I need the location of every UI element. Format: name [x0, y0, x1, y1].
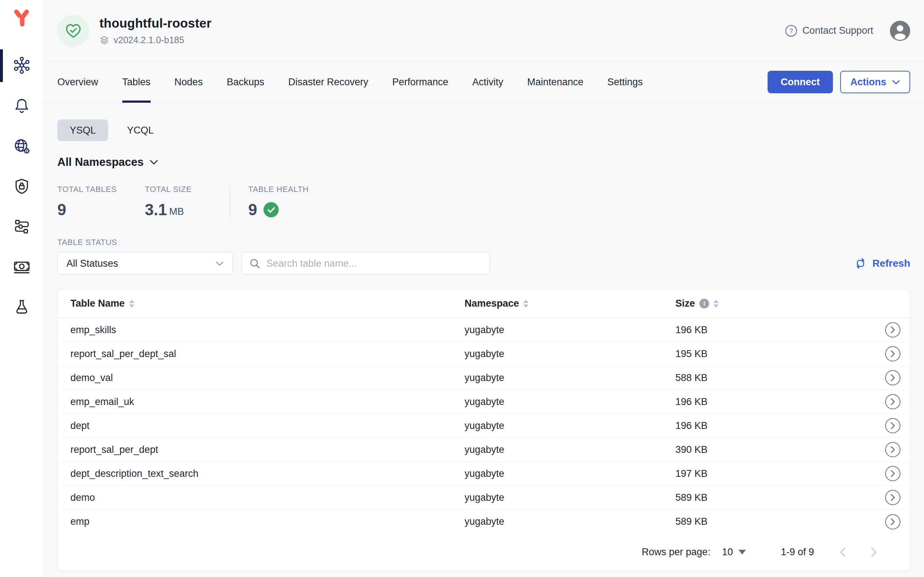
- sort-icon: [129, 300, 134, 308]
- stat-total-size-unit: MB: [169, 206, 184, 219]
- namespace-cell: yugabyte: [464, 420, 676, 432]
- row-detail-button[interactable]: [885, 346, 900, 361]
- sidebar-nav: [0, 55, 43, 317]
- actions-button[interactable]: Actions: [840, 71, 910, 93]
- sidebar-item-billing[interactable]: [0, 256, 43, 277]
- chevron-right-icon: [890, 326, 895, 334]
- table-row[interactable]: demo yugabyte 589 KB: [58, 486, 910, 510]
- tab-activity[interactable]: Activity: [472, 62, 503, 102]
- table-header-row: Table Name Namespace Size i: [58, 290, 910, 318]
- column-header-table-name[interactable]: Table Name: [70, 298, 464, 309]
- chevron-right-icon: [890, 422, 895, 429]
- sidebar-item-integrations[interactable]: [0, 216, 43, 237]
- stat-table-health-value: 9: [248, 201, 309, 219]
- search-input[interactable]: [266, 258, 482, 269]
- table-row[interactable]: report_sal_per_dept_sal yugabyte 195 KB: [58, 342, 910, 366]
- column-label-size: Size: [676, 298, 695, 309]
- row-detail-button[interactable]: [885, 394, 900, 409]
- namespace-cell: yugabyte: [464, 468, 676, 479]
- table-status-label: TABLE STATUS: [57, 238, 910, 247]
- row-detail-button[interactable]: [885, 490, 900, 505]
- row-detail-button[interactable]: [885, 514, 900, 529]
- tab-tables[interactable]: Tables: [122, 62, 151, 102]
- sidebar-item-network[interactable]: [0, 136, 43, 156]
- namespace-cell: yugabyte: [464, 348, 676, 359]
- table-row[interactable]: emp_email_uk yugabyte 196 KB: [58, 390, 910, 414]
- chevron-right-icon: [890, 518, 895, 525]
- stat-table-health-label: TABLE HEALTH: [248, 185, 309, 194]
- tab-maintenance[interactable]: Maintenance: [527, 62, 584, 102]
- stat-total-tables: TOTAL TABLES 9: [57, 185, 145, 219]
- table-name-cell: emp_skills: [70, 324, 464, 336]
- contact-support-link[interactable]: ? Contact Support: [785, 25, 873, 37]
- table-row[interactable]: emp_skills yugabyte 196 KB: [58, 318, 910, 342]
- table-name-cell: emp_email_uk: [70, 396, 464, 408]
- chevron-down-icon: [150, 160, 158, 165]
- size-cell: 390 KB: [676, 444, 861, 455]
- dropdown-caret-icon: [739, 550, 746, 554]
- tab-overview[interactable]: Overview: [57, 62, 98, 102]
- sidebar-item-labs[interactable]: [0, 297, 43, 317]
- tab-performance[interactable]: Performance: [392, 62, 448, 102]
- refresh-label: Refresh: [872, 258, 910, 269]
- sidebar-item-security[interactable]: [0, 176, 43, 196]
- chevron-left-icon: [839, 547, 846, 557]
- yugabyte-logo[interactable]: [11, 8, 32, 29]
- bell-icon: [13, 97, 31, 114]
- namespace-cell: yugabyte: [464, 372, 676, 384]
- connect-button[interactable]: Connect: [768, 71, 833, 93]
- cluster-name: thoughtful-rooster: [100, 16, 211, 31]
- size-cell: 196 KB: [676, 396, 861, 408]
- stat-total-size-number: 3.1: [145, 201, 167, 219]
- table-row[interactable]: demo_val yugabyte 588 KB: [58, 366, 910, 390]
- user-avatar[interactable]: [890, 21, 910, 41]
- refresh-button[interactable]: Refresh: [854, 256, 910, 270]
- next-page-button[interactable]: [871, 547, 877, 557]
- tab-settings[interactable]: Settings: [607, 62, 643, 102]
- table-row[interactable]: emp yugabyte 589 KB: [58, 510, 910, 534]
- rows-per-page-select[interactable]: 10: [722, 546, 746, 558]
- chevron-right-icon: [890, 350, 895, 358]
- status-select[interactable]: All Statuses: [57, 252, 233, 275]
- filter-controls: All Statuses Refresh: [57, 252, 910, 275]
- cluster-title-block: thoughtful-rooster v2024.2.1.0-b185: [100, 16, 211, 45]
- sort-icon: [713, 300, 719, 308]
- size-cell: 195 KB: [676, 348, 861, 359]
- stats-row: TOTAL TABLES 9 TOTAL SIZE 3.1 MB TABLE H…: [57, 185, 910, 219]
- tab-backups[interactable]: Backups: [227, 62, 264, 102]
- row-detail-button[interactable]: [885, 418, 900, 433]
- svg-text:?: ?: [789, 27, 793, 34]
- topbar-right: ? Contact Support: [785, 21, 910, 41]
- previous-page-button[interactable]: [839, 547, 846, 557]
- namespace-cell: yugabyte: [464, 324, 676, 336]
- column-header-size[interactable]: Size i: [676, 298, 861, 309]
- tables-card: Table Name Namespace Size i emp_skills y…: [57, 289, 910, 571]
- shield-lock-icon: [13, 177, 31, 195]
- column-header-namespace[interactable]: Namespace: [464, 298, 676, 309]
- stats-divider: [230, 185, 230, 218]
- chevron-right-icon: [890, 374, 895, 381]
- sidebar-item-clusters[interactable]: [0, 55, 43, 76]
- table-name-cell: report_sal_per_dept_sal: [70, 348, 464, 359]
- namespace-dropdown[interactable]: All Namespaces: [57, 156, 910, 169]
- cluster-health-badge: [57, 15, 89, 47]
- toggle-ysql[interactable]: YSQL: [57, 119, 108, 141]
- heart-check-icon: [64, 21, 83, 40]
- tab-nodes[interactable]: Nodes: [174, 62, 203, 102]
- namespace-cell: yugabyte: [464, 492, 676, 503]
- row-detail-button[interactable]: [885, 322, 900, 337]
- table-row[interactable]: dept yugabyte 196 KB: [58, 414, 910, 438]
- table-name-cell: dept: [70, 420, 464, 432]
- table-row[interactable]: dept_description_text_search yugabyte 19…: [58, 462, 910, 486]
- sidebar-item-alerts[interactable]: [0, 95, 43, 116]
- tab-disaster-recovery[interactable]: Disaster Recovery: [288, 62, 368, 102]
- row-detail-button[interactable]: [885, 370, 900, 385]
- flask-icon: [13, 298, 31, 316]
- row-detail-button[interactable]: [885, 442, 900, 457]
- table-row[interactable]: report_sal_per_dept yugabyte 390 KB: [58, 438, 910, 462]
- toggle-ycql[interactable]: YCQL: [114, 119, 166, 141]
- stat-table-health-number: 9: [248, 201, 257, 219]
- size-cell: 196 KB: [676, 324, 861, 336]
- row-detail-button[interactable]: [885, 466, 900, 481]
- info-icon[interactable]: i: [699, 299, 709, 308]
